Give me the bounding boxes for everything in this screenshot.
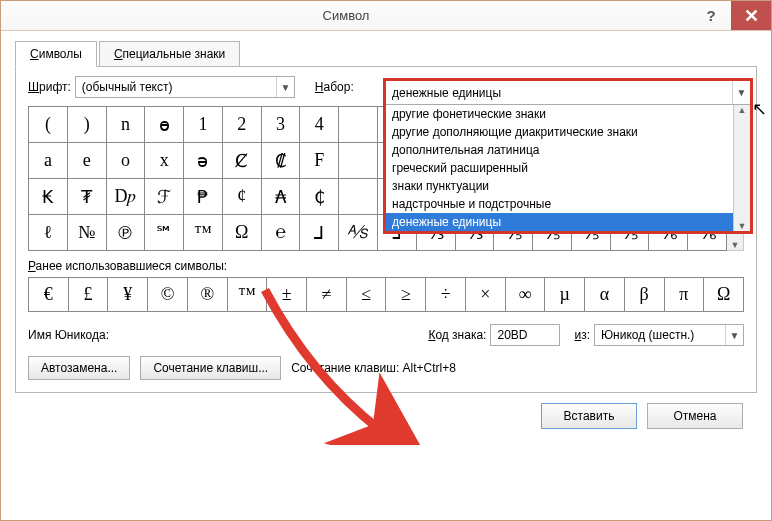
recent-symbol-cell[interactable]: ©: [148, 278, 188, 312]
symbol-cell[interactable]: [339, 107, 378, 143]
symbol-cell[interactable]: e: [68, 143, 107, 179]
set-dropdown-item[interactable]: другие фонетические знаки: [386, 105, 733, 123]
symbol-cell[interactable]: ₮: [68, 179, 107, 215]
set-dropdown: денежные единицы ▼ другие фонетические з…: [383, 78, 753, 234]
symbol-cell[interactable]: ə: [184, 143, 223, 179]
from-combo[interactable]: Юникод (шестн.) ▼: [594, 324, 744, 346]
scroll-down-icon: ▼: [738, 221, 747, 231]
close-button[interactable]: ✕: [731, 1, 771, 30]
shortcut-display: Сочетание клавиш: Alt+Ctrl+8: [291, 361, 456, 375]
symbol-cell[interactable]: ¢: [223, 179, 262, 215]
scroll-down-icon: ▼: [731, 240, 740, 250]
symbol-cell[interactable]: F: [300, 143, 339, 179]
symbol-cell[interactable]: ⅍: [339, 215, 378, 251]
recent-grid: €£¥©®™±≠≤≥÷×∞µαβπΩ: [28, 277, 744, 312]
symbol-cell[interactable]: ɵ: [145, 107, 184, 143]
symbol-cell[interactable]: ₵: [300, 179, 339, 215]
code-label: Код знака:: [428, 328, 486, 342]
symbol-cell[interactable]: ™: [184, 215, 223, 251]
chevron-down-icon: ▼: [732, 81, 750, 104]
recent-label: Ранее использовавшиеся символы:: [28, 259, 744, 273]
symbol-cell[interactable]: ₡: [262, 143, 301, 179]
symbol-cell[interactable]: n: [107, 107, 146, 143]
recent-symbol-cell[interactable]: α: [585, 278, 625, 312]
recent-symbol-cell[interactable]: π: [665, 278, 705, 312]
set-dropdown-item[interactable]: другие дополняющие диакритические знаки: [386, 123, 733, 141]
symbol-cell[interactable]: ℓ: [29, 215, 68, 251]
recent-symbol-cell[interactable]: £: [69, 278, 109, 312]
recent-symbol-cell[interactable]: ±: [267, 278, 307, 312]
set-combo[interactable]: денежные единицы ▼: [386, 81, 750, 105]
code-input[interactable]: 20BD: [490, 324, 560, 346]
symbol-cell[interactable]: ⅃: [300, 215, 339, 251]
help-button[interactable]: ?: [691, 1, 731, 30]
symbol-cell[interactable]: 1: [184, 107, 223, 143]
symbol-cell[interactable]: ₳: [262, 179, 301, 215]
autocorrect-button[interactable]: Автозамена...: [28, 356, 130, 380]
set-dropdown-item[interactable]: денежные единицы: [386, 213, 733, 231]
symbol-cell[interactable]: x: [145, 143, 184, 179]
set-dropdown-list[interactable]: другие фонетические знакидругие дополняю…: [386, 105, 733, 231]
recent-symbol-cell[interactable]: ≠: [307, 278, 347, 312]
set-dropdown-item[interactable]: дополнительная латиница: [386, 141, 733, 159]
chevron-down-icon: ▼: [725, 325, 743, 345]
symbol-cell[interactable]: a: [29, 143, 68, 179]
recent-symbol-cell[interactable]: Ω: [704, 278, 744, 312]
recent-symbol-cell[interactable]: β: [625, 278, 665, 312]
symbol-cell[interactable]: (: [29, 107, 68, 143]
chevron-down-icon: ▼: [276, 77, 294, 97]
symbol-cell[interactable]: ℮: [262, 215, 301, 251]
symbol-cell[interactable]: Ω: [223, 215, 262, 251]
cancel-button[interactable]: Отмена: [647, 403, 743, 429]
recent-symbol-cell[interactable]: ≤: [347, 278, 387, 312]
tab-strip: Символы Специальные знаки: [15, 40, 757, 67]
symbol-cell[interactable]: o: [107, 143, 146, 179]
recent-symbol-cell[interactable]: €: [29, 278, 69, 312]
symbol-cell[interactable]: [339, 143, 378, 179]
symbol-cell[interactable]: ℗: [107, 215, 146, 251]
shortcut-button[interactable]: Сочетание клавиш...: [140, 356, 281, 380]
tab-symbols[interactable]: Символы: [15, 41, 97, 67]
recent-symbol-cell[interactable]: ∞: [506, 278, 546, 312]
set-label: Набор:: [315, 80, 354, 94]
insert-button[interactable]: Вставить: [541, 403, 637, 429]
set-dropdown-item[interactable]: греческий расширенный: [386, 159, 733, 177]
recent-symbol-cell[interactable]: ™: [228, 278, 268, 312]
symbol-cell[interactable]: ℱ: [145, 179, 184, 215]
symbol-cell[interactable]: ₱: [184, 179, 223, 215]
symbol-cell[interactable]: 4: [300, 107, 339, 143]
symbol-cell[interactable]: 2: [223, 107, 262, 143]
recent-symbol-cell[interactable]: ®: [188, 278, 228, 312]
recent-symbol-cell[interactable]: ≥: [386, 278, 426, 312]
symbol-cell[interactable]: №: [68, 215, 107, 251]
font-label: Шрифт:: [28, 80, 71, 94]
set-dropdown-item[interactable]: надстрочные и подстрочные: [386, 195, 733, 213]
symbol-cell[interactable]: ): [68, 107, 107, 143]
scroll-up-icon: ▲: [738, 105, 747, 115]
symbol-cell[interactable]: ℠: [145, 215, 184, 251]
tab-special[interactable]: Специальные знаки: [99, 41, 240, 67]
titlebar: Символ ? ✕: [1, 1, 771, 31]
recent-symbol-cell[interactable]: ÷: [426, 278, 466, 312]
symbol-cell[interactable]: D𝑝: [107, 179, 146, 215]
recent-symbol-cell[interactable]: ×: [466, 278, 506, 312]
window-title: Символ: [1, 8, 691, 23]
unicode-name-label: Имя Юникода:: [28, 328, 109, 342]
symbol-cell[interactable]: [339, 179, 378, 215]
dropdown-scrollbar[interactable]: ▲ ▼: [733, 105, 750, 231]
recent-symbol-cell[interactable]: ¥: [108, 278, 148, 312]
symbol-cell[interactable]: 3: [262, 107, 301, 143]
from-label: из:: [574, 328, 590, 342]
symbol-cell[interactable]: Ȼ: [223, 143, 262, 179]
symbol-cell[interactable]: ₭: [29, 179, 68, 215]
set-dropdown-item[interactable]: знаки пунктуации: [386, 177, 733, 195]
recent-symbol-cell[interactable]: µ: [545, 278, 585, 312]
font-combo[interactable]: (обычный текст) ▼: [75, 76, 295, 98]
